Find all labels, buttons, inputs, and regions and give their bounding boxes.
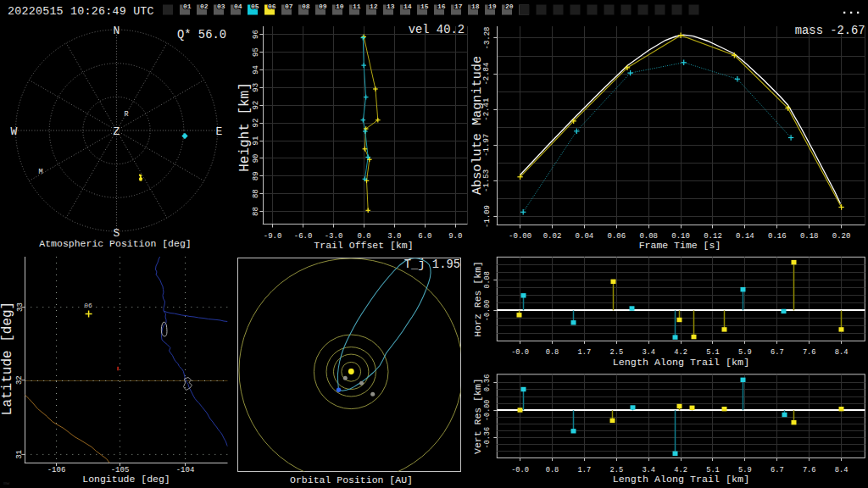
svg-text:0.8: 0.8 [546,348,559,357]
svg-text:0.16: 0.16 [768,232,787,241]
svg-text:0.04: 0.04 [576,232,594,241]
svg-text:5.9: 5.9 [738,348,752,357]
svg-text:92: 92 [252,119,260,128]
svg-text:6.7: 6.7 [771,348,784,357]
svg-text:N: N [114,25,120,37]
svg-text:7.6: 7.6 [803,466,816,474]
svg-text:91: 91 [252,136,260,146]
svg-text:19: 19 [488,3,497,10]
svg-text:E: E [216,125,223,138]
svg-text:06: 06 [268,3,276,10]
svg-text:6.0: 6.0 [418,232,431,241]
svg-text:96: 96 [252,30,260,39]
svg-text:-3.28: -3.28 [483,26,492,49]
svg-text:3.4: 3.4 [642,348,655,357]
svg-text:05: 05 [251,3,259,10]
svg-text:12: 12 [370,3,378,10]
svg-text:4.2: 4.2 [674,348,687,357]
svg-text:-6.0: -6.0 [294,232,313,241]
svg-text:-0.0: -0.0 [511,466,529,474]
svg-text:Length Along Trail [km]: Length Along Trail [km] [613,357,749,369]
svg-text:0.20: 0.20 [832,232,851,241]
svg-text:Q* 56.0: Q* 56.0 [177,29,226,42]
svg-text:-0.00: -0.00 [484,300,492,322]
svg-text:-0.00: -0.00 [509,232,531,241]
svg-text:20: 20 [505,3,514,10]
svg-text:88: 88 [252,207,260,216]
svg-text:-104: -104 [176,466,195,474]
svg-text:09: 09 [319,3,327,10]
svg-text:-1.09: -1.09 [483,205,492,228]
svg-text:16: 16 [437,3,446,10]
svg-text:0.36: 0.36 [484,374,492,391]
svg-text:94: 94 [252,65,260,75]
svg-text:R: R [124,110,128,119]
svg-text:0.06: 0.06 [607,232,626,241]
svg-text:89: 89 [252,171,260,180]
svg-text:04: 04 [234,3,242,10]
svg-text:20220515 10:26:49 UTC: 20220515 10:26:49 UTC [8,5,154,18]
svg-text:10: 10 [336,3,344,10]
svg-text:-0.36: -0.36 [484,427,492,449]
svg-text:07: 07 [285,3,293,10]
svg-text:Orbital Position [AU]: Orbital Position [AU] [290,474,413,485]
svg-text:90: 90 [252,153,260,163]
svg-text:Vert Res [km]: Vert Res [km] [472,378,483,454]
svg-text:31: 31 [16,450,25,459]
svg-text:32: 32 [16,375,25,385]
svg-text:95: 95 [252,47,260,57]
svg-text:Height [km]: Height [km] [237,82,253,172]
svg-text:15: 15 [420,3,429,10]
svg-text:11: 11 [353,3,361,10]
svg-text:13: 13 [387,3,395,10]
svg-text:mw: mw [3,480,10,486]
svg-text:0.18: 0.18 [800,232,819,241]
svg-text:vel 40.2: vel 40.2 [409,24,465,36]
svg-text:Z: Z [114,125,120,138]
svg-text:T_j 1.95: T_j 1.95 [404,258,460,271]
svg-text:08: 08 [302,3,310,10]
svg-text:2.5: 2.5 [609,348,623,357]
svg-text:6.7: 6.7 [771,466,784,474]
svg-text:0.14: 0.14 [736,232,754,241]
svg-text:1.7: 1.7 [578,466,592,474]
svg-text:Longitude [deg]: Longitude [deg] [82,474,170,485]
svg-text:33: 33 [16,302,25,312]
svg-text:03: 03 [217,3,225,10]
svg-text:-0.00: -0.00 [484,400,492,422]
svg-text:-106: -106 [47,466,66,474]
svg-text:0.8: 0.8 [546,466,559,474]
svg-text:18: 18 [471,3,480,10]
svg-text:Frame Time [s]: Frame Time [s] [639,240,721,251]
svg-text:17: 17 [454,3,463,10]
svg-text:88: 88 [252,189,260,198]
svg-text:Horz Res [km]: Horz Res [km] [472,261,483,337]
svg-text:06: 06 [84,302,92,309]
svg-text:8.4: 8.4 [835,466,849,474]
svg-text:02: 02 [200,3,209,10]
svg-text:-9.0: -9.0 [264,232,282,241]
svg-text:14: 14 [403,3,412,10]
svg-text:1.7: 1.7 [578,348,592,357]
svg-text:W: W [11,125,18,138]
svg-text:Trail Offset [km]: Trail Offset [km] [314,240,413,251]
svg-text:0.02: 0.02 [543,232,562,241]
svg-text:9.0: 9.0 [448,232,462,241]
svg-text:-0.0: -0.0 [511,348,529,357]
svg-text:M: M [38,168,42,176]
svg-text:01: 01 [183,3,192,10]
svg-text:Length Along Trail [km]: Length Along Trail [km] [613,474,749,485]
svg-text:7.6: 7.6 [803,348,816,357]
svg-text:mass -2.67: mass -2.67 [795,25,865,37]
svg-text:Absolute Magnitude: Absolute Magnitude [470,56,485,195]
svg-text:Atmospheric Position [deg]: Atmospheric Position [deg] [39,238,191,249]
svg-text:Latitude [deg]: Latitude [deg] [0,302,15,415]
svg-text:5.1: 5.1 [706,348,720,357]
svg-text:0.08: 0.08 [484,271,492,288]
svg-text:93: 93 [252,83,260,92]
svg-text:92: 92 [252,101,260,110]
svg-text:8.4: 8.4 [835,348,849,357]
